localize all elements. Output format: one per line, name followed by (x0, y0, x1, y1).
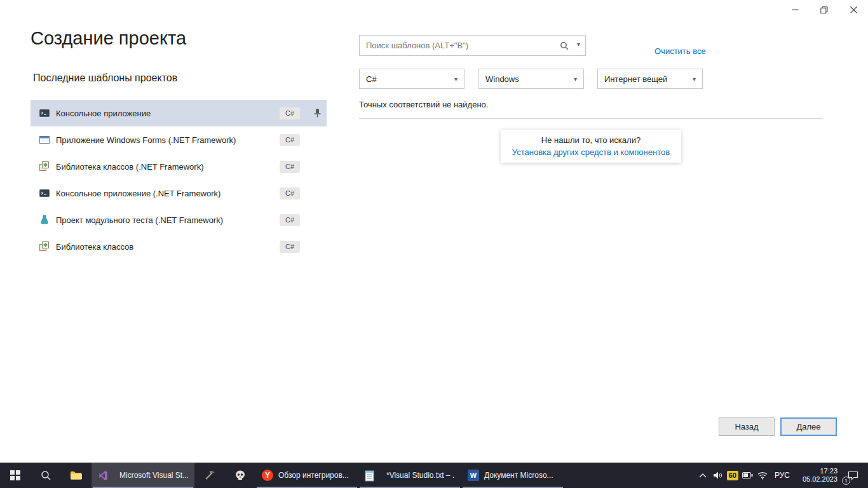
class-library-icon (39, 161, 50, 172)
close-button[interactable] (839, 0, 868, 20)
winforms-app-icon (39, 135, 50, 145)
create-project-dialog: Создание проекта Последние шаблоны проек… (0, 0, 868, 463)
restore-icon (820, 6, 828, 14)
start-button[interactable] (0, 463, 31, 488)
taskbar-search-button[interactable] (31, 463, 61, 488)
visual-studio-icon (98, 470, 108, 480)
windows-logo-icon (10, 470, 20, 480)
language-indicator[interactable]: РУС (770, 463, 794, 488)
template-label: Библиотека классов (.NET Framework) (56, 162, 280, 172)
desktop: Создание проекта Последние шаблоны проек… (0, 0, 868, 488)
template-item-winforms-app[interactable]: Приложение Windows Forms (.NET Framework… (31, 126, 327, 153)
window-controls (780, 0, 868, 20)
search-box: ▾ (359, 35, 586, 56)
search-options-caret-icon[interactable]: ▾ (577, 41, 580, 48)
clear-all-link[interactable]: Очистить все (654, 46, 706, 56)
restore-button[interactable] (810, 0, 839, 20)
search-input[interactable] (360, 36, 550, 55)
language-badge: C# (280, 241, 300, 253)
template-item-class-library-netfx[interactable]: Библиотека классов (.NET Framework) C# (31, 153, 327, 180)
language-badge: C# (280, 134, 300, 146)
page-title: Создание проекта (31, 28, 186, 49)
template-item-console-app-netfx[interactable]: Консольное приложение (.NET Framework) C… (31, 180, 327, 207)
chevron-down-icon: ▾ (574, 76, 577, 83)
not-found-title: Не нашли то, что искали? (512, 135, 670, 145)
minimize-button[interactable] (780, 0, 810, 20)
taskbar-app-visual-studio[interactable]: Microsoft Visual St... (92, 463, 194, 488)
console-app-icon (39, 188, 50, 198)
taskbar-app-yandex-browser[interactable]: Y Обзор интегриров... (255, 463, 358, 488)
taskbar-app-word[interactable]: W Документ Microso... (461, 463, 564, 488)
battery-percent-badge[interactable]: 60 (727, 471, 738, 480)
yandex-browser-icon: Y (262, 470, 273, 481)
tray-date: 05.02.2023 (803, 475, 837, 484)
back-button[interactable]: Назад (719, 417, 775, 436)
class-library-icon (39, 241, 50, 252)
taskbar-app-label: Документ Microso... (484, 471, 558, 480)
file-explorer-button[interactable] (61, 463, 92, 488)
language-badge: C# (280, 107, 300, 119)
pin-icon[interactable] (314, 109, 321, 120)
taskbar-app-skull-game[interactable] (225, 463, 255, 488)
language-badge: C# (280, 161, 300, 173)
action-center-button[interactable]: 1 (840, 463, 865, 488)
template-label: Библиотека классов (56, 242, 280, 252)
chevron-down-icon: ▾ (693, 76, 696, 83)
language-filter-value: C# (366, 74, 377, 84)
template-item-unit-test-netfx[interactable]: Проект модульного теста (.NET Framework)… (31, 207, 327, 233)
no-match-text: Точных соответствий не найдено. (359, 100, 488, 109)
template-item-console-app[interactable]: Консольное приложение C# (31, 100, 327, 126)
language-filter-dropdown[interactable]: C# ▾ (359, 69, 465, 89)
console-app-icon (39, 108, 50, 118)
tray-chevron-up-icon[interactable] (695, 463, 710, 488)
search-icon (41, 470, 51, 480)
close-icon (850, 6, 857, 13)
template-item-class-library[interactable]: Библиотека классов C# (31, 233, 327, 260)
template-label: Приложение Windows Forms (.NET Framework… (56, 135, 280, 145)
next-button[interactable]: Далее (780, 417, 837, 436)
not-found-card: Не нашли то, что искали? Установка други… (501, 130, 681, 163)
platform-filter-value: Windows (485, 74, 519, 84)
system-tray: 60 РУС 17:23 05.02.2023 1 (695, 463, 868, 488)
clock[interactable]: 17:23 05.02.2023 (794, 463, 840, 488)
template-label: Консольное приложение (.NET Framework) (56, 189, 280, 198)
taskbar-app-notepad[interactable]: *Visual Studio.txt – ... (358, 463, 461, 488)
project-type-filter-dropdown[interactable]: Интернет вещей ▾ (597, 69, 703, 89)
minimize-icon (792, 6, 799, 13)
word-icon: W (468, 470, 479, 481)
template-label: Проект модульного теста (.NET Framework) (56, 215, 280, 225)
pickaxe-icon (204, 470, 215, 481)
taskbar-app-label: *Visual Studio.txt – ... (386, 471, 455, 480)
volume-icon[interactable] (710, 463, 726, 488)
tray-time: 17:23 (820, 467, 837, 475)
unit-test-icon (39, 215, 50, 225)
notification-count-badge: 1 (842, 477, 850, 485)
recent-templates-heading: Последние шаблоны проектов (33, 72, 177, 84)
install-components-link[interactable]: Установка других средств и компонентов (512, 147, 670, 157)
wifi-icon[interactable] (755, 463, 770, 488)
search-icon[interactable] (560, 41, 569, 53)
language-badge: C# (280, 187, 300, 200)
battery-icon[interactable] (740, 463, 755, 488)
taskbar-app-label: Microsoft Visual St... (119, 471, 188, 480)
recent-template-list: Консольное приложение C# Приложение Wind… (31, 100, 327, 260)
folder-icon (70, 470, 83, 480)
template-label: Консольное приложение (56, 109, 280, 118)
project-type-filter-value: Интернет вещей (604, 74, 667, 84)
notepad-icon (365, 470, 375, 480)
language-badge: C# (280, 214, 300, 226)
taskbar-app-label: Обзор интегриров... (278, 471, 352, 480)
skull-icon (234, 470, 246, 481)
results-divider (359, 118, 823, 119)
taskbar-app-pickaxe-game[interactable] (194, 463, 225, 488)
taskbar: Microsoft Visual St... Y Обзор интегриро… (0, 463, 868, 488)
platform-filter-dropdown[interactable]: Windows ▾ (478, 69, 584, 89)
chevron-down-icon: ▾ (454, 76, 458, 83)
